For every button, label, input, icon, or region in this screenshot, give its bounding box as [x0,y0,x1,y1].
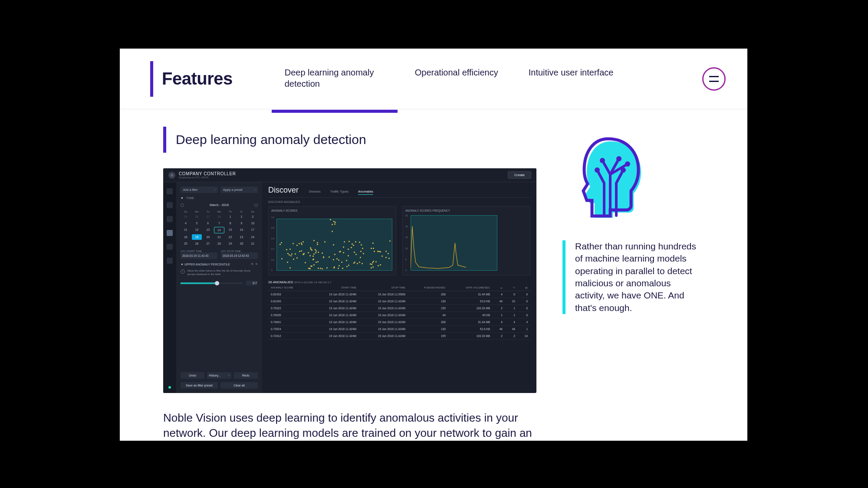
svg-point-0 [595,167,600,173]
rail-icon[interactable] [167,188,173,194]
reset-icon[interactable]: ⟲ [251,262,253,266]
redo-button[interactable]: Redo [234,372,258,379]
discover-subtitle: DISCOVER ANOMALIES [268,200,530,203]
utc-stop-value[interactable]: 2018-03-19 12:42:43 [221,252,258,259]
aside-column: Rather than running hundreds of machine … [562,127,721,441]
anomaly-table: ANOMALY SCORESTART TIMESTOP TIME# SESSIO… [268,284,530,340]
tab-devices[interactable]: Devices [309,190,321,195]
page-card: Features Deep learning anomaly detection… [120,49,747,441]
time-section-label: TIME [186,197,194,200]
history-button[interactable]: History... [207,372,231,379]
prev-month-icon[interactable] [181,203,184,207]
filter-panel: Add a filter Apply a preset ▼ TIME March… [176,182,262,393]
save-preset-button[interactable]: Save as filter preset [181,382,218,389]
brand-logo-icon [168,172,175,179]
calendar[interactable]: SuMoTuWeThFrSa25262728123456789101112131… [181,210,258,246]
anomaly-frequency-chart: ANOMALY SCORES FREQUENCY 2520151050 [402,206,530,275]
discover-title: Discover [268,186,299,195]
upper-percentile-label: UPPER ANOMALY PERCENTILE [184,263,230,266]
hamburger-menu-button[interactable] [702,67,726,91]
svg-point-2 [600,158,605,163]
info-icon: i [181,269,185,274]
dashboard-screenshot: COMPANY CONTROLLER Displaying at UTC +00… [163,168,536,393]
calendar-month: March - 2018 [210,203,229,207]
title-accent-bar [150,61,153,97]
header: Features Deep learning anomaly detection… [120,49,747,109]
hamburger-line-icon [709,81,719,82]
next-month-icon[interactable] [254,203,258,207]
main-column: Deep learning anomaly detection COMPANY … [163,127,536,441]
apply-preset-dropdown[interactable]: Apply a preset [220,187,258,193]
feature-quote: Rather than running hundreds of machine … [562,240,721,314]
svg-point-4 [625,161,630,167]
page-title-text: Features [162,69,233,88]
tab-traffic-types[interactable]: Traffic Types [330,190,349,195]
brand-subtitle: Displaying at UTC +00:00 [179,176,236,179]
close-icon[interactable]: ✕ [255,262,258,266]
sidebar-rail [163,182,176,393]
rail-icon[interactable] [167,230,173,236]
section-heading: Deep learning anomaly detection [163,127,536,153]
status-dot-icon [168,386,171,389]
tab-intuitive-ui[interactable]: Intuitive user interface [529,67,614,91]
brand-name: COMPANY CONTROLLER [179,171,236,176]
percentile-value: 0.7 [246,281,258,285]
upper-help-text: Move the slider below to filter the list… [187,269,258,276]
anomaly-count: 26 ANOMALIES [268,280,293,284]
section-title-text: Deep learning anomaly detection [176,132,366,147]
tab-deep-learning[interactable]: Deep learning anomaly detection [285,67,385,91]
page-title: Features [150,61,233,97]
quote-text: Rather than running hundreds of machine … [575,240,701,314]
section-accent-bar [163,127,166,153]
svg-point-3 [616,156,621,161]
ai-head-icon [562,131,649,218]
quote-accent-bar [562,240,566,314]
svg-point-1 [621,167,626,173]
create-button[interactable]: Create [508,171,531,179]
discover-panel: Discover Devices Traffic Types Anomalies… [262,182,536,393]
rail-icon[interactable] [167,202,173,208]
anomaly-scores-chart: ANOMALY SCORES 1.00.80.60.40.20 [268,206,396,275]
feature-tabs: Deep learning anomaly detection Operatio… [285,67,702,91]
chart-title: ANOMALY SCORES FREQUENCY [405,209,527,212]
tab-anomalies[interactable]: Anomalies [358,190,373,195]
feature-description: Noble Vision uses deep learning to ident… [163,410,536,441]
tab-operational-efficiency[interactable]: Operational efficiency [415,67,498,91]
rail-icon[interactable] [167,244,173,250]
undo-button[interactable]: Undo [181,372,204,379]
utc-start-value[interactable]: 2018-03-19 11.42.43 [181,252,217,259]
percentile-slider[interactable] [181,282,243,284]
hamburger-line-icon [709,76,719,77]
clear-all-button[interactable]: Clear all [220,382,258,389]
anomaly-count-sub: WITH A SCORE OF ABOVE 0.7 [294,281,331,284]
rail-icon[interactable] [167,216,173,222]
add-filter-dropdown[interactable]: Add a filter [181,187,218,193]
chart-title: ANOMALY SCORES [271,209,393,212]
rail-icon[interactable] [167,258,173,264]
